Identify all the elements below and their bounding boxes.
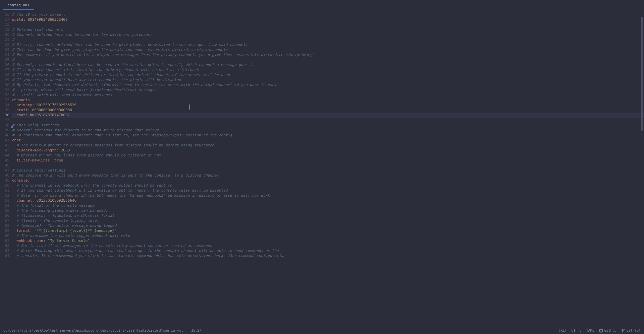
- status-cursor-position[interactable]: 36:27: [191, 329, 201, 332]
- line-number-gutter: 1617181920212223242526272829303132333435…: [0, 10, 12, 327]
- code-line[interactable]: # Firstly, channels defined here can be …: [12, 42, 644, 47]
- tab-config-yml[interactable]: config.yml: [3, 1, 34, 10]
- code-line[interactable]: # By default, two channels are defined; …: [12, 82, 644, 87]
- code-line[interactable]: # - primary, which will send basic join/…: [12, 87, 644, 92]
- code-line[interactable]: # The channel id (or webhook url) the co…: [12, 183, 644, 188]
- line-number: 18: [0, 22, 9, 27]
- status-github[interactable]: GitHub: [599, 329, 616, 333]
- line-number: 54: [0, 203, 9, 208]
- line-number: 49: [0, 178, 9, 183]
- code-line[interactable]: channel: 801500108092866640: [12, 198, 644, 203]
- code-line[interactable]: # Note: Enabling this means everyone who…: [12, 248, 644, 253]
- code-line[interactable]: # For example, if you wanted to let a pl…: [12, 52, 644, 57]
- code-line[interactable]: #: [12, 57, 644, 62]
- code-content[interactable]: # The ID of your server.guild: 801499634…: [12, 10, 644, 327]
- line-number: 17: [0, 17, 9, 22]
- code-line[interactable]: # {level} - The console logging level: [12, 218, 644, 223]
- code-line[interactable]: # Set to true if all messages in the con…: [12, 243, 644, 248]
- code-line[interactable]: # This can be done by give your players …: [12, 47, 644, 52]
- code-line[interactable]: # General settings for discord to mc and…: [12, 128, 644, 133]
- line-number: 46: [0, 163, 9, 168]
- line-number: 40: [0, 133, 9, 138]
- line-number: 56: [0, 213, 9, 218]
- line-number: 29: [0, 77, 9, 82]
- status-file-path[interactable]: C:\Users\joshr\Desktop\test servers\essx…: [3, 329, 183, 332]
- code-line[interactable]: # console. It's recommended you stick to…: [12, 253, 644, 258]
- line-number: 35: [0, 108, 9, 113]
- line-number: 59: [0, 228, 9, 233]
- line-number: 61: [0, 238, 9, 243]
- code-line[interactable]: [12, 22, 644, 27]
- line-number: 60: [0, 233, 9, 238]
- code-line[interactable]: primary: 801500176102588526: [12, 103, 644, 108]
- code-line[interactable]: # The console relay will send every mess…: [12, 173, 644, 178]
- line-number: 20: [0, 32, 9, 37]
- line-number: 34: [0, 103, 9, 108]
- code-line[interactable]: [12, 118, 644, 123]
- code-line[interactable]: # The following placeholders can be used…: [12, 208, 644, 213]
- scrollbar-thumb[interactable]: [641, 17, 643, 131]
- code-line[interactable]: # Chat relay settings: [12, 123, 644, 128]
- vertical-scrollbar[interactable]: [640, 10, 643, 327]
- git-branch-icon: [621, 329, 625, 333]
- text-cursor: [190, 105, 190, 110]
- code-line[interactable]: filter-newlines: true: [12, 158, 644, 163]
- code-line[interactable]: # If the channel id/webhook url is inval…: [12, 188, 644, 193]
- code-line[interactable]: # Console relay settings: [12, 168, 644, 173]
- line-number: 64: [0, 253, 9, 258]
- line-number: 44: [0, 153, 9, 158]
- line-number: 48: [0, 173, 9, 178]
- code-line[interactable]: # Secondly, channels defined here can be…: [12, 62, 644, 67]
- line-number: 51: [0, 188, 9, 193]
- code-line[interactable]: discord-max-length: 2000: [12, 148, 644, 153]
- line-number: 21: [0, 37, 9, 42]
- status-line-ending[interactable]: CRLF: [558, 329, 567, 332]
- code-line[interactable]: # The maximum amount of characters messa…: [12, 143, 644, 148]
- code-line[interactable]: channels:: [12, 97, 644, 103]
- code-line[interactable]: # The ID of your server.: [12, 12, 644, 17]
- code-line[interactable]: staff: 000000000000000000: [12, 108, 644, 113]
- line-number: 43: [0, 148, 9, 153]
- code-line[interactable]: # The format of the console message: [12, 203, 644, 208]
- status-bar: C:\Users\joshr\Desktop\test servers\essx…: [0, 327, 644, 334]
- code-line[interactable]: format: "**[{timestamp} {level}]** {mess…: [12, 228, 644, 233]
- line-number: 53: [0, 198, 9, 203]
- code-line[interactable]: # Note: If you use a channel id the bot …: [12, 193, 644, 198]
- code-line[interactable]: guild: 801499634866323466: [12, 17, 644, 22]
- code-line[interactable]: chat: 802051873787478037: [12, 113, 644, 118]
- line-number: 27: [0, 67, 9, 72]
- code-line[interactable]: # If the primary channel is not defined …: [12, 72, 644, 77]
- code-line[interactable]: # To configure the channel minecraft cha…: [12, 133, 644, 138]
- status-git[interactable]: Git (0): [621, 329, 641, 333]
- code-line[interactable]: console:: [12, 178, 644, 183]
- code-line[interactable]: # The username the console logger webhoo…: [12, 233, 644, 238]
- line-number: 47: [0, 168, 9, 173]
- code-line[interactable]: # Channels defined here can be used for …: [12, 32, 644, 37]
- code-line[interactable]: # Whether or not new lines from discord …: [12, 153, 644, 158]
- line-number: 30: [0, 82, 9, 87]
- code-line[interactable]: # Defined text channels: [12, 27, 644, 32]
- code-line[interactable]: #: [12, 37, 644, 42]
- code-line[interactable]: # {message} - The actual message being l…: [12, 223, 644, 228]
- line-number: 26: [0, 62, 9, 67]
- code-line[interactable]: chat:: [12, 138, 644, 143]
- line-number: 37: [0, 118, 9, 123]
- status-language[interactable]: YAML: [586, 329, 594, 332]
- github-icon: [599, 329, 603, 333]
- line-number: 63: [0, 248, 9, 253]
- line-number: 38: [0, 123, 9, 128]
- line-number: 32: [0, 92, 9, 97]
- code-line[interactable]: # If a defined channel id is invalid, th…: [12, 67, 644, 72]
- code-line[interactable]: # - staff, which will send kick/mute mes…: [12, 92, 644, 97]
- tab-bar: config.yml: [0, 0, 644, 10]
- code-editor[interactable]: 1617181920212223242526272829303132333435…: [0, 10, 644, 327]
- line-number: 31: [0, 87, 9, 92]
- line-number: 42: [0, 143, 9, 148]
- line-number: 28: [0, 72, 9, 77]
- code-line[interactable]: webhook-name: "My Server Console": [12, 238, 644, 243]
- code-line[interactable]: # If your server doesn't have any text c…: [12, 77, 644, 82]
- code-line[interactable]: [12, 163, 644, 168]
- code-line[interactable]: # {timestamp} - Timestamp in HH:mm:ss fo…: [12, 213, 644, 218]
- status-encoding[interactable]: UTF-8: [572, 329, 582, 332]
- line-number: 55: [0, 208, 9, 213]
